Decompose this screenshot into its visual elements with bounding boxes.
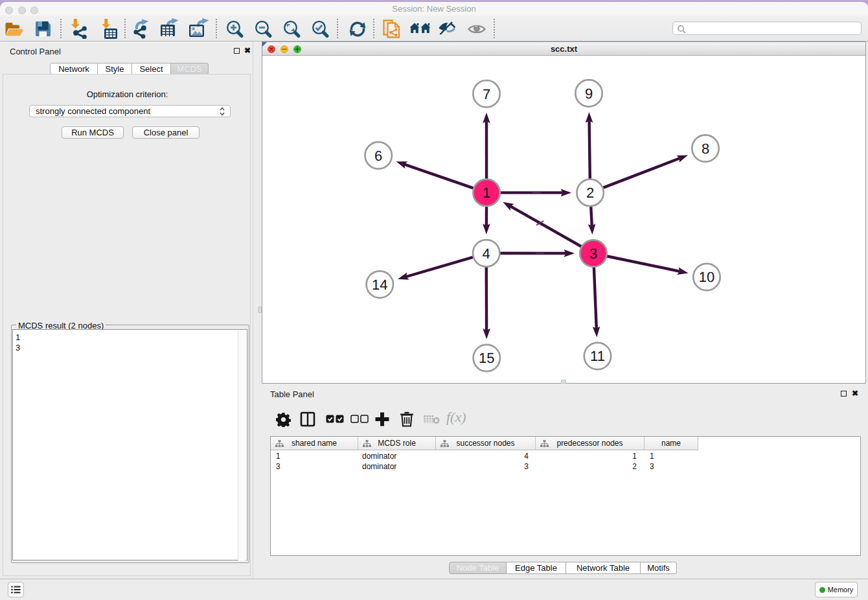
svg-text:6: 6 xyxy=(374,148,382,164)
svg-text:9: 9 xyxy=(585,86,593,102)
svg-text:2: 2 xyxy=(586,185,594,201)
svg-text:7: 7 xyxy=(483,86,490,102)
svg-text:4: 4 xyxy=(483,246,490,262)
svg-text:10: 10 xyxy=(699,269,714,285)
svg-text:3: 3 xyxy=(589,246,597,262)
svg-text:11: 11 xyxy=(590,348,605,364)
svg-text:1: 1 xyxy=(483,185,490,201)
svg-text:15: 15 xyxy=(479,350,494,366)
svg-text:8: 8 xyxy=(702,141,709,157)
svg-text:14: 14 xyxy=(372,277,387,293)
